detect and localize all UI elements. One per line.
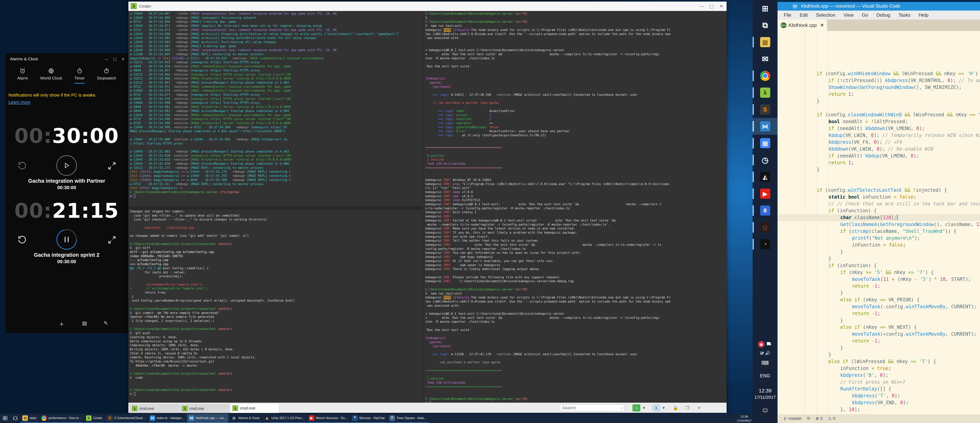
tab-close-icon[interactable]: ✕ [820,23,824,28]
new-console-dropdown[interactable]: ▾ [641,404,647,412]
taskbar-app-chrome[interactable] [752,67,778,84]
taskbar-app-unity[interactable]: ◭ [752,168,778,185]
alarms-minimize-button[interactable]: — [105,57,109,61]
docker-tray-icon[interactable]: ⛟ [765,341,772,347]
taskbar-app-gravit[interactable]: ◔ [752,236,778,253]
instagram-tray-icon[interactable]: ◉ [758,341,765,348]
new-console-button[interactable]: ＋ [633,404,640,412]
taskbar-app-calendar[interactable]: 8 [752,202,778,219]
console-tab-3[interactable]: λcmd.exe [230,403,279,413]
tab-kbdhook-cpp[interactable]: C++ KbdHook.cpp ✕ [778,20,827,31]
taskbar-app-sublime[interactable]: S [752,101,778,118]
taskbar-button[interactable]: ◷Alarms & Clock [229,413,261,423]
timer-1-expand-button[interactable] [108,162,116,170]
taskbar-app-mail[interactable]: ✉ [752,51,778,67]
terminal-pane-tests[interactable]: C:\Users\tuna\Documents\Wizcorp\kakeguru… [423,12,725,402]
terminal-pane-git[interactable]: Changes not staged for commit: (use "git… [130,209,422,402]
timer-2-expand-button[interactable] [108,236,116,244]
select-timers-button[interactable]: ▤ [82,320,87,326]
menu-view[interactable]: View [843,12,854,18]
tab-alarm[interactable]: Alarm [17,68,28,84]
timer-2-pause-button[interactable] [56,229,77,250]
start-button[interactable] [0,413,10,423]
code-line: if (nKey >= '5' && nKey <= '7') { [778,269,980,276]
console-count-button[interactable]: 3 [652,404,660,412]
lock-icon[interactable]: 🔒 [672,404,679,412]
add-timer-button[interactable]: ＋ [58,319,65,328]
code-editor[interactable]: if (config.winHHidesWindow && lWinPresse… [778,31,980,414]
taskbar-app-task-view[interactable]: ⧉ [752,17,778,34]
cmder-close-button[interactable]: ✕ [718,3,725,9]
cmder-search-input[interactable] [560,404,625,412]
taskbar-button[interactable]: ⋈KbdHook.cpp — rox... [187,413,229,423]
taskbar-app-quora[interactable]: Q [752,219,778,236]
taskbar-button[interactable]: performance - How to... [40,413,83,423]
taskbar-app-start[interactable]: ⊞ [752,0,778,17]
alarms-close-button[interactable]: ✕ [121,57,125,61]
branch-status[interactable]: master [783,416,802,421]
menu-help[interactable]: Help [919,12,928,18]
touch-keyboard-icon[interactable]: ⌨ [752,360,778,366]
network-icon[interactable]: 🖳 [760,350,764,355]
volume-icon[interactable]: 🔊 [765,350,770,355]
timer-2-duration: 00:30:00 [6,259,127,265]
tray-clock-date[interactable]: 17/11/2017 [752,395,778,400]
timer-1-reset-button[interactable] [17,161,27,171]
taskbar-button[interactable]: ⋈index.ts - kakegur... [148,413,186,423]
taskbar-button[interactable]: ❞Town Square - kake... [388,413,429,423]
error-count[interactable]: ⊗ 0 [816,416,823,421]
taskbar-button[interactable]: ▶Mount Vesuvius - Du... [307,413,350,423]
console-count-dropdown[interactable]: ▾ [661,404,666,412]
taskbar-app-cmder[interactable]: λ [752,84,778,101]
edit-timers-button[interactable]: ✎ [104,320,108,326]
warning-count[interactable]: ⚠ 0 [828,416,835,421]
terminal-line: diff --git a/Code/Config.cpp b/Code/Conf… [130,250,422,254]
menu-go[interactable]: Go [862,12,868,18]
cmder-minimize-button[interactable]: — [698,3,705,9]
taskbar-button[interactable]: SC:\Users\tuna\Cloud... [105,413,147,423]
language-indicator[interactable]: ENG [752,373,778,379]
menu-file[interactable]: File [784,12,791,18]
terminal-line: w-15964 - 18:57:54.980 <debug> [kakeguru… [130,101,422,105]
sync-button[interactable]: ⟳ [807,416,810,421]
tray-clock-time[interactable]: 12:39 [752,388,778,394]
tab-world-clock[interactable]: World Clock [40,68,62,84]
taskbar-button[interactable]: ▨static [21,413,38,423]
console-tab-1[interactable]: λcmd.exe [130,404,179,413]
menu-edit[interactable]: Edit [800,12,808,18]
taskbar-button[interactable]: ❞Wizcorp - HipChat [350,413,387,423]
tab-stopwatch[interactable]: Stopwatch [97,68,116,84]
action-center-button[interactable] [752,408,778,414]
cmder-maximize-button[interactable]: ▢ [708,3,715,9]
terminal-line: >>> logs: at it.only (test\gacha\purchas… [425,133,725,138]
timer-1-play-button[interactable] [56,155,77,176]
cmder-titlebar[interactable]: λ Cmder — ▢ ✕ [128,2,727,11]
alarms-maximize-button[interactable]: ▢ [113,57,117,61]
menu-icon[interactable]: ≡ [695,404,703,412]
terminal-line: >>> logs: name: AssertionError [425,109,725,113]
terminal-line: w-15212 - 18:57:54.943 <debug> [kakeguru… [130,60,422,65]
tab-timer[interactable]: Timer [74,68,85,84]
taskbar-clock[interactable]: 12:39 17/11/2017 [737,413,751,423]
app-icon [41,415,47,421]
pane-splitter[interactable] [128,207,422,209]
console-tab-2[interactable]: λcmd.exe [180,404,229,413]
vscode-titlebar[interactable]: ⋈ KbdHook.cpp — roxxortool — Visual Stud… [778,2,980,11]
menu-selection[interactable]: Selection [816,12,835,18]
task-view-button[interactable] [10,413,21,423]
menu-tasks[interactable]: Tasks [899,12,910,18]
taskbar-app-file-explorer[interactable]: ▨ [752,34,778,51]
alarms-titlebar[interactable]: Alarms & Clock — ▢ ✕ [6,54,127,65]
taskbar-button[interactable]: ◭Unity 2017.1.1f1 Pers... [262,413,306,423]
taskbar-app-youtube[interactable]: ▶ [752,185,778,202]
learn-more-link[interactable]: Learn more [8,100,30,105]
taskbar-app-alarms-clock[interactable]: ◷ [752,152,778,168]
taskbar-app-vscode[interactable]: ⋈ [752,118,778,135]
terminal-line: kakegurui ERR! not with npm itself. [425,235,725,239]
window-mode-icon[interactable]: ❐ [684,404,691,412]
taskbar-button[interactable]: λCmder [84,413,105,423]
timer-2-reset-button[interactable] [17,235,27,245]
menu-debug[interactable]: Debug [876,12,890,18]
terminal-pane-server-logs[interactable]: w-15964 - 18:57:54.867 <info> [MAGE resp… [130,12,422,207]
taskbar-app-messages[interactable]: ▤ [752,135,778,152]
